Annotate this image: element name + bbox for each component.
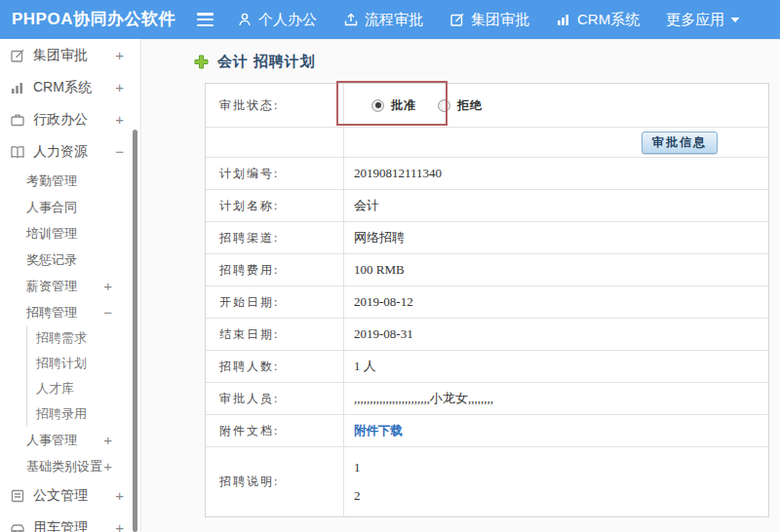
sidebar: 集团审批 + CRM系统 + 行政办公 + 人力资源 − 考勤管理 bbox=[0, 39, 141, 532]
field-value: 会计 bbox=[344, 190, 768, 221]
field-value: 批准 拒绝 bbox=[344, 84, 768, 127]
field-value: 网络招聘 bbox=[344, 222, 768, 253]
expand-icon[interactable]: + bbox=[103, 278, 112, 294]
process-icon bbox=[343, 12, 359, 27]
detail-table: 审批状态: 批准 拒绝 bbox=[205, 83, 769, 517]
field-value: 20190812111340 bbox=[344, 158, 768, 189]
collapse-icon[interactable]: − bbox=[115, 143, 124, 160]
field-value: 2019-08-31 bbox=[344, 319, 768, 350]
field-label: 招聘人数: bbox=[206, 351, 344, 382]
field-value: 2019-08-12 bbox=[344, 286, 768, 318]
menu-process-approval[interactable]: 流程审批 bbox=[343, 11, 423, 29]
table-row-recruit-channel: 招聘渠道: 网络招聘 bbox=[206, 222, 768, 254]
sidebar-item-recruit-demand[interactable]: 招聘需求 bbox=[0, 325, 140, 351]
table-row-end-date: 结束日期: 2019-08-31 bbox=[206, 319, 768, 351]
book-icon bbox=[10, 144, 25, 160]
hamburger-menu-icon[interactable] bbox=[197, 13, 214, 26]
page-title: 会计 招聘计划 bbox=[194, 53, 316, 71]
field-value: ,,,,,,,,,,,,,,,,,,,,,,,,小龙女,,,,,,,, bbox=[344, 383, 768, 414]
table-row-plan-number: 计划编号: 20190812111340 bbox=[206, 158, 768, 190]
sidebar-item-recruit-plan[interactable]: 招聘计划 bbox=[0, 351, 140, 376]
table-row-attachment: 附件文档: 附件下载 bbox=[206, 415, 768, 447]
attachment-download-link[interactable]: 附件下载 bbox=[354, 423, 403, 439]
radio-approve-button[interactable] bbox=[371, 99, 384, 112]
person-icon bbox=[237, 12, 253, 27]
field-label-empty bbox=[206, 128, 344, 157]
table-row-approvers: 审批人员: ,,,,,,,,,,,,,,,,,,,,,,,,小龙女,,,,,,,… bbox=[206, 383, 768, 415]
description-line: 2 bbox=[354, 488, 361, 504]
sidebar-item-training[interactable]: 培训管理 bbox=[0, 220, 140, 247]
edit-icon bbox=[449, 12, 465, 27]
sidebar-item-attendance[interactable]: 考勤管理 bbox=[0, 168, 140, 194]
field-value: 附件下载 bbox=[344, 415, 768, 446]
field-label: 计划名称: bbox=[206, 190, 344, 221]
approval-info-button[interactable]: 审批信息 bbox=[642, 132, 718, 154]
sidebar-item-admin-office[interactable]: 行政办公 + bbox=[0, 103, 140, 135]
top-menu: 个人办公 流程审批 集团审批 CRM系统 更多应用 bbox=[237, 0, 740, 39]
field-label: 审批状态: bbox=[206, 84, 344, 127]
sidebar-scrollbar[interactable] bbox=[133, 130, 137, 532]
expand-icon[interactable]: + bbox=[103, 432, 112, 448]
expand-icon[interactable]: + bbox=[115, 47, 124, 63]
field-value: 1 人 bbox=[344, 351, 768, 382]
field-label: 招聘渠道: bbox=[206, 222, 344, 253]
table-row-recruit-cost: 招聘费用: 100 RMB bbox=[206, 254, 768, 286]
field-label: 附件文档: bbox=[206, 415, 344, 446]
caret-down-icon bbox=[730, 17, 740, 23]
expand-icon[interactable]: + bbox=[103, 458, 112, 475]
sidebar-item-recruit-hire[interactable]: 招聘录用 bbox=[0, 401, 140, 427]
document-icon bbox=[10, 488, 25, 504]
sidebar-item-recruit-mgmt[interactable]: 招聘管理 − bbox=[0, 299, 140, 325]
sidebar-item-group-approval[interactable]: 集团审批 + bbox=[0, 39, 140, 71]
expand-icon[interactable]: + bbox=[115, 487, 124, 504]
table-row-start-date: 开始日期: 2019-08-12 bbox=[206, 286, 768, 319]
edit-icon bbox=[10, 48, 25, 63]
field-value: 审批信息 bbox=[344, 128, 768, 157]
radio-reject-button[interactable] bbox=[438, 99, 450, 112]
sidebar-item-document-mgmt[interactable]: 公文管理 + bbox=[0, 479, 140, 512]
expand-icon[interactable]: + bbox=[115, 519, 124, 532]
sidebar-item-talent-pool[interactable]: 人才库 bbox=[0, 376, 140, 401]
app-window: PHPOA协同办公软件 个人办公 流程审批 集团审批 bbox=[0, 0, 780, 532]
field-label: 审批人员: bbox=[206, 383, 344, 414]
description-line: 1 bbox=[354, 460, 361, 475]
field-label: 计划编号: bbox=[206, 158, 344, 189]
approval-radio-group: 批准 拒绝 bbox=[354, 97, 483, 114]
expand-icon[interactable]: + bbox=[115, 111, 124, 128]
field-value: 100 RMB bbox=[344, 254, 768, 285]
menu-crm-system[interactable]: CRM系统 bbox=[556, 11, 640, 29]
field-label: 开始日期: bbox=[206, 286, 344, 318]
menu-personal-office[interactable]: 个人办公 bbox=[237, 11, 317, 29]
field-label: 招聘说明: bbox=[206, 447, 344, 516]
field-value: 1 2 bbox=[344, 447, 768, 516]
table-row-recruit-description: 招聘说明: 1 2 bbox=[206, 447, 768, 516]
sidebar-item-base-category[interactable]: 基础类别设置 + bbox=[0, 453, 140, 479]
sidebar-item-rewards[interactable]: 奖惩记录 bbox=[0, 247, 140, 273]
sidebar-item-salary[interactable]: 薪资管理 + bbox=[0, 273, 140, 299]
sidebar-item-human-resources[interactable]: 人力资源 − bbox=[0, 135, 140, 168]
expand-icon[interactable]: + bbox=[115, 79, 124, 95]
chart-icon bbox=[10, 80, 25, 95]
plus-icon bbox=[194, 55, 209, 69]
sidebar-item-crm-system[interactable]: CRM系统 + bbox=[0, 71, 140, 103]
car-icon bbox=[10, 520, 25, 532]
sidebar-item-hr-contract[interactable]: 人事合同 bbox=[0, 194, 140, 220]
menu-more-apps[interactable]: 更多应用 bbox=[666, 11, 740, 29]
table-row-approval-status: 审批状态: 批准 拒绝 bbox=[206, 84, 768, 128]
menu-group-approval[interactable]: 集团审批 bbox=[449, 11, 529, 29]
radio-reject[interactable]: 拒绝 bbox=[438, 97, 483, 114]
briefcase-icon bbox=[10, 112, 25, 128]
field-label: 结束日期: bbox=[206, 319, 344, 350]
sidebar-item-personnel-mgmt[interactable]: 人事管理 + bbox=[0, 427, 140, 453]
topbar: PHPOA协同办公软件 个人办公 流程审批 集团审批 bbox=[0, 0, 780, 39]
sidebar-item-vehicle-mgmt[interactable]: 用车管理 + bbox=[0, 512, 140, 532]
collapse-icon[interactable]: − bbox=[103, 304, 112, 321]
table-row-approval-button: 审批信息 bbox=[206, 128, 768, 158]
table-row-plan-name: 计划名称: 会计 bbox=[206, 190, 768, 222]
radio-approve[interactable]: 批准 bbox=[371, 97, 416, 114]
table-row-headcount: 招聘人数: 1 人 bbox=[206, 351, 768, 383]
chart-icon bbox=[556, 12, 571, 27]
app-brand: PHPOA协同办公软件 bbox=[12, 0, 176, 39]
main-content: 会计 招聘计划 审批状态: 批准 拒绝 bbox=[142, 39, 780, 532]
field-label: 招聘费用: bbox=[206, 254, 344, 285]
